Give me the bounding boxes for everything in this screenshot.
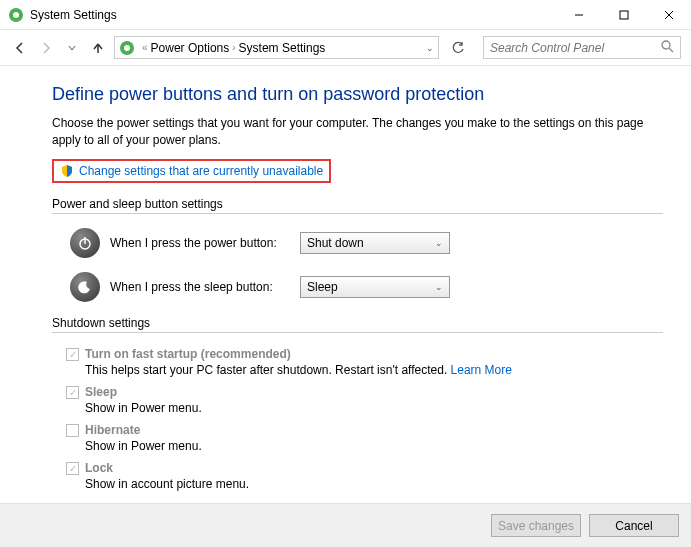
chevron-down-icon: ⌄ — [435, 238, 443, 248]
checkbox-row-fast-startup: ✓ Turn on fast startup (recommended) — [66, 347, 663, 361]
search-input[interactable] — [490, 41, 661, 55]
breadcrumb-item[interactable]: System Settings — [239, 41, 326, 55]
footer: Save changes Cancel — [0, 503, 691, 547]
svg-point-7 — [124, 45, 130, 51]
checkbox-row-hibernate: Hibernate — [66, 423, 663, 437]
up-button[interactable] — [88, 38, 108, 58]
checkbox-fast-startup[interactable]: ✓ — [66, 348, 79, 361]
checkbox-desc: Show in account picture menu. — [85, 477, 663, 491]
chevron-left-icon: « — [142, 42, 148, 53]
divider — [52, 332, 663, 333]
cancel-button[interactable]: Cancel — [589, 514, 679, 537]
checkbox-label: Turn on fast startup (recommended) — [85, 347, 291, 361]
divider — [52, 213, 663, 214]
checkbox-lock[interactable]: ✓ — [66, 462, 79, 475]
search-icon[interactable] — [661, 40, 674, 56]
checkbox-label: Sleep — [85, 385, 117, 399]
window-controls — [556, 0, 691, 30]
svg-point-8 — [662, 41, 670, 49]
page-description: Choose the power settings that you want … — [52, 115, 663, 149]
breadcrumb-dropdown[interactable]: ⌄ — [426, 43, 434, 53]
refresh-button[interactable] — [447, 37, 469, 59]
app-icon — [8, 7, 24, 23]
checkbox-desc: This helps start your PC faster after sh… — [85, 363, 663, 377]
recent-dropdown[interactable] — [62, 38, 82, 58]
breadcrumb[interactable]: « Power Options › System Settings ⌄ — [114, 36, 439, 59]
sleep-button-label: When I press the sleep button: — [110, 280, 300, 294]
back-button[interactable] — [10, 38, 30, 58]
checkbox-label: Lock — [85, 461, 113, 475]
navbar: « Power Options › System Settings ⌄ — [0, 30, 691, 66]
sleep-button-combo[interactable]: Sleep ⌄ — [300, 276, 450, 298]
change-settings-link[interactable]: Change settings that are currently unava… — [79, 164, 323, 178]
chevron-right-icon: › — [232, 42, 235, 53]
search-box[interactable] — [483, 36, 681, 59]
checkbox-label: Hibernate — [85, 423, 140, 437]
power-button-combo[interactable]: Shut down ⌄ — [300, 232, 450, 254]
save-changes-button[interactable]: Save changes — [491, 514, 581, 537]
power-button-label: When I press the power button: — [110, 236, 300, 250]
section-header-shutdown: Shutdown settings — [52, 316, 663, 330]
breadcrumb-item[interactable]: Power Options — [151, 41, 230, 55]
svg-rect-3 — [620, 11, 628, 19]
checkbox-row-lock: ✓ Lock — [66, 461, 663, 475]
content-area: Define power buttons and turn on passwor… — [0, 66, 691, 491]
power-icon — [70, 228, 100, 258]
sleep-button-row: When I press the sleep button: Sleep ⌄ — [70, 272, 663, 302]
section-header-power-sleep: Power and sleep button settings — [52, 197, 663, 211]
close-button[interactable] — [646, 0, 691, 30]
titlebar: System Settings — [0, 0, 691, 30]
control-panel-icon — [119, 40, 135, 56]
checkbox-row-sleep: ✓ Sleep — [66, 385, 663, 399]
sleep-icon — [70, 272, 100, 302]
window-title: System Settings — [30, 8, 117, 22]
page-title: Define power buttons and turn on passwor… — [52, 84, 663, 105]
chevron-down-icon: ⌄ — [435, 282, 443, 292]
change-settings-highlight: Change settings that are currently unava… — [52, 159, 331, 183]
svg-point-1 — [13, 12, 19, 18]
shield-icon — [60, 164, 74, 178]
checkbox-sleep[interactable]: ✓ — [66, 386, 79, 399]
checkbox-desc: Show in Power menu. — [85, 439, 663, 453]
combo-value: Shut down — [307, 236, 364, 250]
minimize-button[interactable] — [556, 0, 601, 30]
learn-more-link[interactable]: Learn More — [451, 363, 512, 377]
forward-button[interactable] — [36, 38, 56, 58]
power-button-row: When I press the power button: Shut down… — [70, 228, 663, 258]
checkbox-desc: Show in Power menu. — [85, 401, 663, 415]
svg-line-9 — [669, 48, 673, 52]
combo-value: Sleep — [307, 280, 338, 294]
maximize-button[interactable] — [601, 0, 646, 30]
checkbox-hibernate[interactable] — [66, 424, 79, 437]
